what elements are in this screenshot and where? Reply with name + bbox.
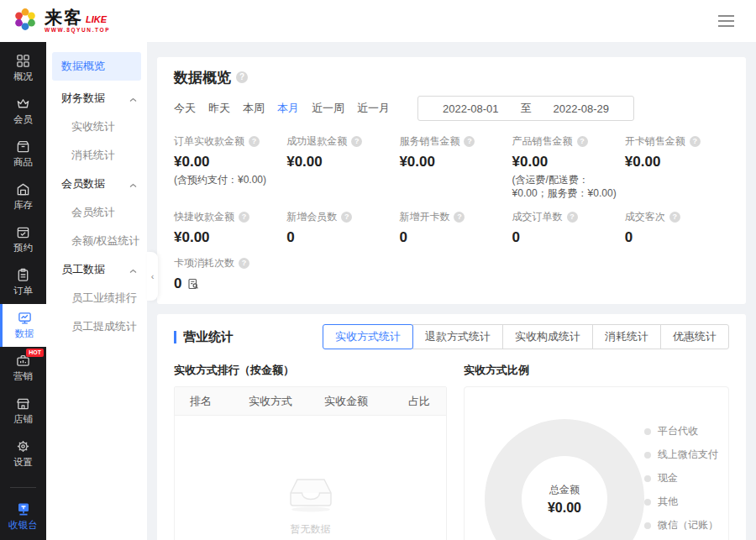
legend-item-online-wechat[interactable]: 线上微信支付 [644, 448, 729, 462]
tab-discount-stats[interactable]: 优惠统计 [660, 324, 729, 349]
filter-last-week[interactable]: 近一周 [312, 101, 344, 116]
hamburger-menu-icon[interactable] [715, 12, 738, 30]
date-range-picker[interactable]: 2022-08-01 至 2022-08-29 [417, 96, 634, 121]
tab-income-composition-stats[interactable]: 实收构成统计 [502, 324, 593, 349]
stat-order-income: 订单实收款金额 ? ¥0.00 (含预约支付：¥0.00) [174, 134, 278, 200]
sidebar-item-label: 概况 [13, 71, 33, 83]
help-icon[interactable]: ? [690, 136, 701, 147]
help-icon[interactable]: ? [351, 136, 362, 147]
date-filter-row: 今天 昨天 本周 本月 近一周 近一月 2022-08-01 至 2022-08… [174, 96, 729, 121]
stat-label: 订单实收款金额 [174, 134, 244, 149]
legend-item-platform-collect[interactable]: 平台代收 [644, 424, 729, 438]
menu-item-staff-commission-stats[interactable]: 员工提成统计 [46, 312, 147, 341]
menu-item-data-overview[interactable]: 数据概览 [52, 52, 141, 81]
help-icon[interactable]: ? [577, 136, 588, 147]
help-icon[interactable]: ? [567, 212, 578, 223]
sidebar-item-inventory[interactable]: 库存 [0, 176, 46, 218]
ranking-title: 实收方式排行（按金额） [174, 363, 447, 378]
help-icon[interactable]: ? [464, 136, 475, 147]
sidebar-item-products[interactable]: 商品 [0, 133, 46, 176]
date-range-end[interactable]: 2022-08-29 [554, 102, 610, 115]
legend-item-cash[interactable]: 现金 [644, 471, 729, 485]
stat-value: 0 [399, 229, 407, 246]
sidebar-item-appointments[interactable]: 预约 [0, 218, 46, 261]
sidebar-item-settings[interactable]: 设置 [0, 433, 46, 475]
stat-label: 新增开卡数 [399, 210, 449, 224]
section-title: 营业统计 [174, 329, 234, 345]
sidebar-collapse-handle[interactable]: ‹ [147, 252, 158, 301]
date-range-start[interactable]: 2022-08-01 [443, 102, 499, 115]
sidebar-item-overview[interactable]: 概况 [0, 47, 46, 90]
menu-item-member-stats[interactable]: 会员统计 [46, 198, 147, 227]
income-method-proportion: 实收方式比例 总金额 ¥0.00 平台代收 [464, 363, 729, 540]
legend-label: 微信（记账） [658, 518, 718, 532]
sidebar-item-label: 商品 [13, 156, 33, 169]
sidebar-item-cashier[interactable]: 收银台 [0, 493, 46, 540]
filter-today[interactable]: 今天 [174, 101, 196, 116]
legend-label: 线上微信支付 [658, 448, 718, 462]
data-icon [18, 311, 32, 325]
help-icon[interactable]: ? [236, 71, 248, 83]
ranking-table-empty-state: 暂无数据 [175, 416, 446, 540]
menu-group-finance-data[interactable]: 财务数据 [46, 84, 147, 113]
filter-yesterday[interactable]: 昨天 [208, 101, 230, 116]
shop-icon [16, 396, 30, 411]
stat-value: 0 [174, 275, 181, 292]
tab-consumption-stats[interactable]: 消耗统计 [592, 324, 661, 349]
help-icon[interactable]: ? [239, 258, 249, 269]
menu-item-label: 会员统计 [71, 205, 115, 220]
date-range-separator: 至 [521, 101, 532, 116]
tab-income-method-stats[interactable]: 实收方式统计 [323, 324, 413, 349]
tab-refund-method-stats[interactable]: 退款方式统计 [412, 324, 503, 349]
menu-item-label: 数据概览 [61, 59, 105, 74]
sidebar-item-label: 营销 [13, 370, 33, 383]
help-icon[interactable]: ? [454, 212, 465, 223]
sidebar-item-shop[interactable]: 店铺 [0, 390, 46, 433]
menu-item-balance-rights-stats[interactable]: 余额/权益统计 [46, 227, 147, 255]
business-stats-panel: 营业统计 实收方式统计 退款方式统计 实收构成统计 消耗统计 优惠统计 实收方式… [157, 314, 746, 540]
logo-text: 来客 LIKE WWW.8QYUN.TOP [45, 8, 110, 34]
menu-group-staff-data[interactable]: 员工数据 [46, 255, 147, 284]
sidebar-item-label: 数据 [15, 328, 34, 340]
help-icon[interactable]: ? [341, 212, 352, 223]
column-header-amount: 实收金额 [309, 394, 393, 409]
sidebar-item-members[interactable]: 会员 [0, 90, 46, 133]
dashboard-icon [16, 54, 30, 68]
stat-label: 服务销售金额 [399, 134, 459, 149]
help-icon[interactable]: ? [249, 136, 260, 147]
menu-group-member-data[interactable]: 会员数据 [46, 170, 147, 198]
menu-item-label: 余额/权益统计 [71, 233, 140, 249]
sidebar-item-label: 库存 [13, 199, 33, 212]
empty-text: 暂无数据 [291, 522, 331, 537]
sidebar-item-data[interactable]: 数据 [0, 304, 46, 347]
sidebar-item-label: 预约 [13, 242, 33, 254]
legend-item-wechat-ledger[interactable]: 微信（记账） [644, 518, 729, 532]
primary-sidebar: 概况 会员 商品 [0, 42, 46, 540]
ranking-table: 排名 实收方式 实收金额 占比 [174, 386, 447, 540]
legend-label: 现金 [658, 471, 678, 485]
hot-badge: HOT [26, 349, 44, 357]
stat-label: 快捷收款金额 [174, 210, 234, 224]
help-icon[interactable]: ? [669, 212, 680, 223]
stat-label: 新增会员数 [286, 210, 337, 224]
chevron-up-icon [129, 92, 137, 105]
filter-last-month[interactable]: 近一月 [357, 101, 390, 116]
filter-this-week[interactable]: 本周 [243, 101, 265, 116]
brand-logo[interactable]: 来客 LIKE WWW.8QYUN.TOP [12, 6, 110, 36]
donut-center-text: 总金额 ¥0.00 [485, 419, 644, 540]
stat-label: 成功退款金额 [286, 134, 347, 149]
sidebar-item-orders[interactable]: 订单 [0, 261, 46, 304]
file-search-icon[interactable] [187, 278, 199, 290]
sidebar-item-marketing[interactable]: HOT 营销 [0, 347, 46, 390]
help-icon[interactable]: ? [239, 212, 249, 223]
menu-item-staff-performance-rank[interactable]: 员工业绩排行 [46, 284, 147, 312]
stat-label: 成交客次 [625, 210, 665, 224]
legend-item-other[interactable]: 其他 [644, 495, 729, 509]
menu-item-label: 消耗统计 [71, 148, 115, 163]
filter-this-month[interactable]: 本月 [277, 101, 299, 116]
menu-item-consumption-stats[interactable]: 消耗统计 [46, 141, 147, 170]
menu-item-income-stats[interactable]: 实收统计 [46, 113, 147, 141]
stat-label: 卡项消耗次数 [174, 256, 234, 270]
menu-item-label: 员工提成统计 [71, 319, 137, 334]
column-header-ratio: 占比 [393, 394, 446, 409]
